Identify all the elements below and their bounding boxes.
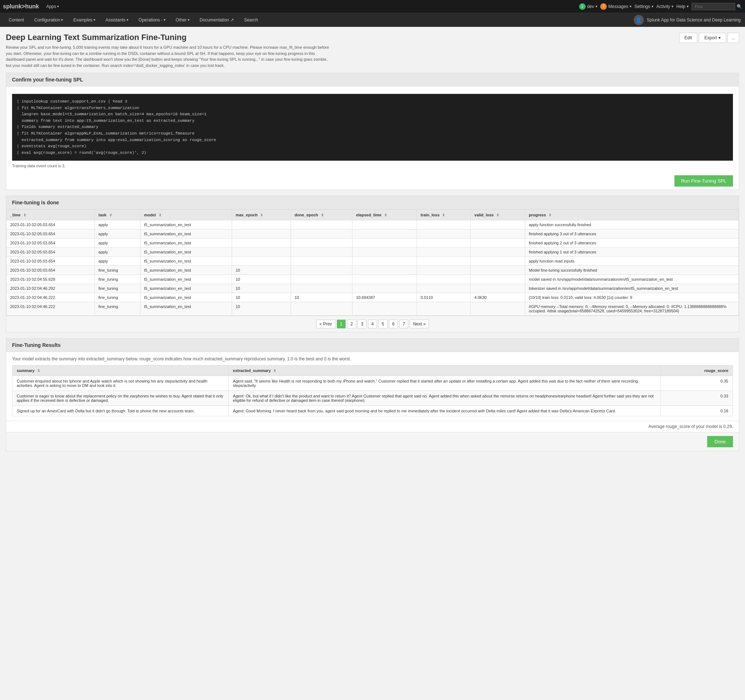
training-count: Training data event count is 3. <box>12 164 733 168</box>
average-score: Average rouge_score of your model is 0.2… <box>6 421 739 432</box>
results-body: Your model extracts the summary into ext… <box>6 352 739 421</box>
activity-menu[interactable]: Activity ▾ <box>656 4 673 9</box>
page-2-button[interactable]: 2 <box>347 319 356 328</box>
user-badge: 1 <box>579 3 586 10</box>
page-6-button[interactable]: 6 <box>389 319 398 328</box>
apps-chevron-icon: ▾ <box>57 4 59 8</box>
results-header: Fine-Tuning Results <box>6 339 739 352</box>
finetuning-table: _time ⇕ task ⇕ model ⇕ max_epoch ⇕ done_… <box>6 209 739 316</box>
col-summary[interactable]: summary ⇕ <box>12 366 229 376</box>
app-title: Splunk App for Data Science and Deep Lea… <box>647 18 741 22</box>
top-nav-items: Apps ▾ <box>43 3 579 10</box>
activity-chevron-icon: ▾ <box>672 4 673 8</box>
results-description: Your model extracts the summary into ext… <box>12 356 733 361</box>
table-row: 2023-01-10 02:04:55.628fine_tuningt5_sum… <box>6 275 739 284</box>
settings-chevron-icon: ▾ <box>652 4 653 8</box>
done-btn-container: Done <box>6 432 739 451</box>
time-sort-icon: ⇕ <box>23 213 26 217</box>
nav-operations[interactable]: Operations - ▾ <box>134 15 170 25</box>
run-finetuning-button[interactable]: Run Fine-Tuning SPL <box>675 175 733 187</box>
train-loss-sort-icon: ⇕ <box>442 213 445 217</box>
page-title-area: Deep Learning Text Summarization Fine-Tu… <box>6 33 333 69</box>
assistants-chevron-icon: ▾ <box>127 18 129 22</box>
page-header: Deep Learning Text Summarization Fine-Tu… <box>6 33 739 69</box>
apps-menu[interactable]: Apps ▾ <box>43 3 62 10</box>
find-container: 🔍 <box>691 3 742 10</box>
secondary-navigation: Content Configuration ▾ Examples ▾ Assis… <box>0 13 745 27</box>
col-time[interactable]: _time ⇕ <box>6 210 95 220</box>
col-done-epoch[interactable]: done_epoch ⇕ <box>291 210 352 220</box>
nav-examples[interactable]: Examples ▾ <box>69 15 100 25</box>
valid-loss-sort-icon: ⇕ <box>496 213 499 217</box>
table-row: 2023-01-10 02:05:03.654applyt5_summariza… <box>6 248 739 257</box>
more-button[interactable]: ... <box>727 33 739 43</box>
operations-chevron-icon: ▾ <box>164 18 166 22</box>
page-7-button[interactable]: 7 <box>399 319 408 328</box>
messages-menu[interactable]: 7 Messages ▾ <box>600 3 631 10</box>
done-button[interactable]: Done <box>707 436 733 447</box>
table-row: 2023-01-10 02:05:03.654applyt5_summariza… <box>6 239 739 248</box>
examples-chevron-icon: ▾ <box>93 18 95 22</box>
page-3-button[interactable]: 3 <box>358 319 367 328</box>
nav-content[interactable]: Content <box>4 15 28 25</box>
col-model[interactable]: model ⇕ <box>141 210 232 220</box>
search-icon: 🔍 <box>737 4 742 9</box>
col-max-epoch[interactable]: max_epoch ⇕ <box>232 210 291 220</box>
page-actions: Edit Export ▾ ... <box>679 33 739 43</box>
table-row: 2023-01-10 02:05:03.654fine_tuningt5_sum… <box>6 266 739 275</box>
table-row: 2023-01-10 02:05:03.654applyt5_summariza… <box>6 230 739 239</box>
nav-search[interactable]: Search <box>240 15 262 25</box>
prev-page-button[interactable]: « Prev <box>316 319 335 328</box>
col-extracted-summary[interactable]: extracted_summary ⇕ <box>229 366 661 376</box>
progress-sort-icon: ⇕ <box>549 213 552 217</box>
col-progress[interactable]: progress ⇕ <box>525 210 739 220</box>
model-sort-icon: ⇕ <box>159 213 162 217</box>
next-page-button[interactable]: Next » <box>410 319 429 328</box>
help-menu[interactable]: Help ▾ <box>676 4 689 9</box>
splunk-logo[interactable]: splunk>hunk <box>3 3 39 10</box>
main-content: Deep Learning Text Summarization Fine-Tu… <box>0 27 745 700</box>
export-button[interactable]: Export ▾ <box>699 33 726 43</box>
table-row: Signed up for an AmexCard with Delta but… <box>12 406 733 416</box>
edit-button[interactable]: Edit <box>679 33 698 43</box>
user-menu[interactable]: 1 dev ▾ <box>579 3 597 10</box>
results-table: summary ⇕ extracted_summary ⇕ rouge_scor… <box>12 365 733 416</box>
export-chevron-icon: ▾ <box>718 35 721 40</box>
col-valid-loss[interactable]: valid_loss ⇕ <box>471 210 525 220</box>
confirm-spl-body: | inputlookup customer_support_en.csv | … <box>6 87 739 172</box>
confirm-spl-header: Confirm your fine-tuning SPL <box>6 73 739 87</box>
extracted-sort-icon: ⇕ <box>273 369 276 373</box>
table-row: 2023-01-10 02:04:46.292fine_tuningt5_sum… <box>6 284 739 293</box>
col-task[interactable]: task ⇕ <box>94 210 141 220</box>
settings-menu[interactable]: Settings ▾ <box>634 4 653 9</box>
config-chevron-icon: ▾ <box>61 18 63 22</box>
top-navigation: splunk>hunk Apps ▾ 1 dev ▾ 7 Messages ▾ … <box>0 0 745 13</box>
col-train-loss[interactable]: train_loss ⇕ <box>417 210 471 220</box>
col-rouge-score[interactable]: rouge_score <box>661 366 733 376</box>
nav-documentation[interactable]: Documentation ↗ <box>195 15 238 25</box>
summary-sort-icon: ⇕ <box>37 369 40 373</box>
results-section: Fine-Tuning Results Your model extracts … <box>6 338 739 451</box>
nav-configuration[interactable]: Configuration ▾ <box>30 15 67 25</box>
nav-other[interactable]: Other ▾ <box>171 15 194 25</box>
help-chevron-icon: ▾ <box>687 4 689 8</box>
confirm-spl-section: Confirm your fine-tuning SPL | inputlook… <box>6 73 739 190</box>
avatar: 👤 <box>634 15 644 25</box>
table-row: Customer is eager to know about the repl… <box>12 391 733 406</box>
page-5-button[interactable]: 5 <box>378 319 387 328</box>
table-row: Customer enquired about his Iphone and A… <box>12 376 733 391</box>
table-row: 2023-01-10 02:04:46.222fine_tuningt5_sum… <box>6 293 739 302</box>
nav-assistants[interactable]: Assistants ▾ <box>101 15 133 25</box>
finetuning-pagination: « Prev 1 2 3 4 5 6 7 Next » <box>6 316 739 332</box>
table-row: 2023-01-10 02:05:03.654applyt5_summariza… <box>6 220 739 230</box>
find-input[interactable] <box>691 3 735 10</box>
done-epoch-sort-icon: ⇕ <box>321 213 324 217</box>
page-4-button[interactable]: 4 <box>368 319 377 328</box>
messages-badge: 7 <box>600 3 607 10</box>
col-elapsed-time[interactable]: elapsed_time ⇕ <box>352 210 416 220</box>
task-sort-icon: ⇕ <box>109 213 112 217</box>
run-btn-container: Run Fine-Tuning SPL <box>6 172 739 190</box>
page-1-button[interactable]: 1 <box>337 319 346 328</box>
max-epoch-sort-icon: ⇕ <box>260 213 263 217</box>
finetuning-header: Fine-tuning is done <box>6 196 739 209</box>
